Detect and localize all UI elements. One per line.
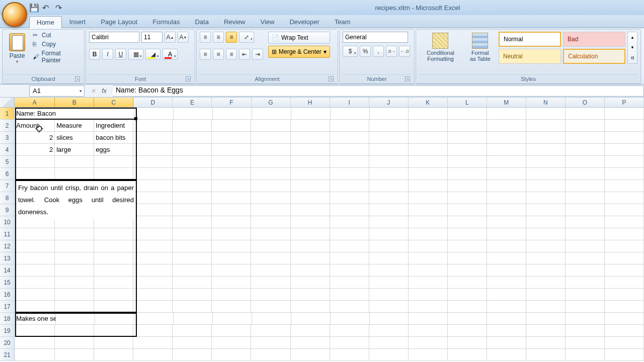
row-header-3[interactable]: 3 <box>0 132 15 144</box>
cell-L17[interactable] <box>448 301 487 313</box>
cell-H5[interactable] <box>291 156 330 168</box>
tab-page-layout[interactable]: Page Layout <box>93 16 145 28</box>
cell-L1[interactable] <box>448 108 487 120</box>
cell-K10[interactable] <box>409 216 448 228</box>
cell-E17[interactable] <box>173 301 212 313</box>
italic-button[interactable]: I <box>102 49 113 60</box>
cell-P4[interactable] <box>605 144 644 156</box>
cell-A8[interactable] <box>15 192 55 204</box>
cell-J1[interactable] <box>370 108 409 120</box>
cell-J9[interactable] <box>369 204 409 216</box>
cell-L5[interactable] <box>448 156 487 168</box>
row-header-16[interactable]: 16 <box>0 289 15 301</box>
cell-O7[interactable] <box>566 180 605 192</box>
cell-G3[interactable] <box>251 132 290 144</box>
cell-O3[interactable] <box>566 132 605 144</box>
font-size-select[interactable] <box>141 32 163 43</box>
cell-I9[interactable] <box>330 204 369 216</box>
cell-H12[interactable] <box>291 240 330 252</box>
cell-L4[interactable] <box>448 144 487 156</box>
cell-D8[interactable] <box>133 192 173 204</box>
cell-G4[interactable] <box>251 144 290 156</box>
col-header-L[interactable]: L <box>448 98 487 107</box>
cell-A3[interactable]: 2 <box>15 132 55 144</box>
cell-H6[interactable] <box>291 168 330 180</box>
cell-K19[interactable] <box>409 325 448 337</box>
cell-F8[interactable] <box>212 192 251 204</box>
cell-I7[interactable] <box>330 180 369 192</box>
increase-decimal-button[interactable]: .0→ <box>386 46 397 57</box>
cell-B16[interactable] <box>55 289 94 301</box>
cell-F19[interactable] <box>212 325 251 337</box>
cell-A11[interactable] <box>15 228 55 240</box>
cell-I2[interactable] <box>330 120 369 132</box>
merge-center-button[interactable]: ⊞Merge & Center ▾ <box>268 46 330 58</box>
cell-I16[interactable] <box>330 289 369 301</box>
cell-K2[interactable] <box>409 120 448 132</box>
cell-A6[interactable] <box>15 168 55 180</box>
dialog-launcher-icon[interactable]: ↘ <box>405 76 410 81</box>
cell-E18[interactable] <box>174 313 213 325</box>
cell-C11[interactable] <box>94 228 133 240</box>
cell-B15[interactable] <box>55 277 94 289</box>
cell-P14[interactable] <box>605 264 644 277</box>
row-header-10[interactable]: 10 <box>0 216 15 228</box>
cell-M12[interactable] <box>487 240 526 252</box>
col-header-I[interactable]: I <box>330 98 369 107</box>
cell-F15[interactable] <box>212 277 251 289</box>
cell-J11[interactable] <box>369 228 409 240</box>
cell-D11[interactable] <box>133 228 173 240</box>
cell-I12[interactable] <box>330 240 369 252</box>
cell-B4[interactable]: large <box>55 144 94 156</box>
cell-K15[interactable] <box>409 277 448 289</box>
cell-A10[interactable] <box>15 216 55 228</box>
row-header-20[interactable]: 20 <box>0 337 15 349</box>
cell-P13[interactable] <box>605 252 644 264</box>
cell-H16[interactable] <box>291 289 330 301</box>
row-header-13[interactable]: 13 <box>0 252 15 264</box>
cell-J17[interactable] <box>369 301 409 313</box>
cell-N20[interactable] <box>526 337 566 349</box>
row-header-14[interactable]: 14 <box>0 264 15 277</box>
cell-F14[interactable] <box>212 264 251 277</box>
cell-N4[interactable] <box>526 144 566 156</box>
cell-I17[interactable] <box>330 301 369 313</box>
cell-O17[interactable] <box>566 301 605 313</box>
cell-N6[interactable] <box>526 168 566 180</box>
row-header-1[interactable]: 1 <box>0 108 15 120</box>
cut-button[interactable]: ✂Cut <box>33 32 81 39</box>
cell-E3[interactable] <box>173 132 212 144</box>
cell-F16[interactable] <box>212 289 251 301</box>
cell-H15[interactable] <box>291 277 330 289</box>
font-color-button[interactable]: A <box>163 49 178 60</box>
cell-O11[interactable] <box>566 228 605 240</box>
cell-P10[interactable] <box>605 216 644 228</box>
cell-F20[interactable] <box>212 337 251 349</box>
cell-F18[interactable] <box>213 313 252 325</box>
cell-O4[interactable] <box>566 144 605 156</box>
style-normal[interactable]: Normal <box>499 32 561 47</box>
cell-B1[interactable] <box>56 108 95 120</box>
cell-B12[interactable] <box>55 240 94 252</box>
cell-M7[interactable] <box>487 180 526 192</box>
col-header-B[interactable]: B <box>55 98 94 107</box>
cell-H14[interactable] <box>291 264 330 277</box>
cell-I3[interactable] <box>330 132 369 144</box>
cell-D14[interactable] <box>133 264 173 277</box>
decrease-indent-button[interactable]: ⇤ <box>239 49 250 60</box>
cell-B8[interactable] <box>55 192 94 204</box>
cell-P3[interactable] <box>605 132 644 144</box>
cell-E1[interactable] <box>174 108 213 120</box>
cell-L16[interactable] <box>448 289 487 301</box>
cell-P15[interactable] <box>605 277 644 289</box>
style-neutral[interactable]: Neutral <box>499 49 561 64</box>
cell-N1[interactable] <box>526 108 566 120</box>
cell-B3[interactable]: slices <box>55 132 94 144</box>
cell-G6[interactable] <box>251 168 290 180</box>
cell-B19[interactable] <box>55 325 94 337</box>
cell-P18[interactable] <box>605 313 644 325</box>
cell-I20[interactable] <box>330 337 369 349</box>
cell-G10[interactable] <box>251 216 290 228</box>
cell-D18[interactable] <box>134 313 174 325</box>
cell-E16[interactable] <box>173 289 212 301</box>
